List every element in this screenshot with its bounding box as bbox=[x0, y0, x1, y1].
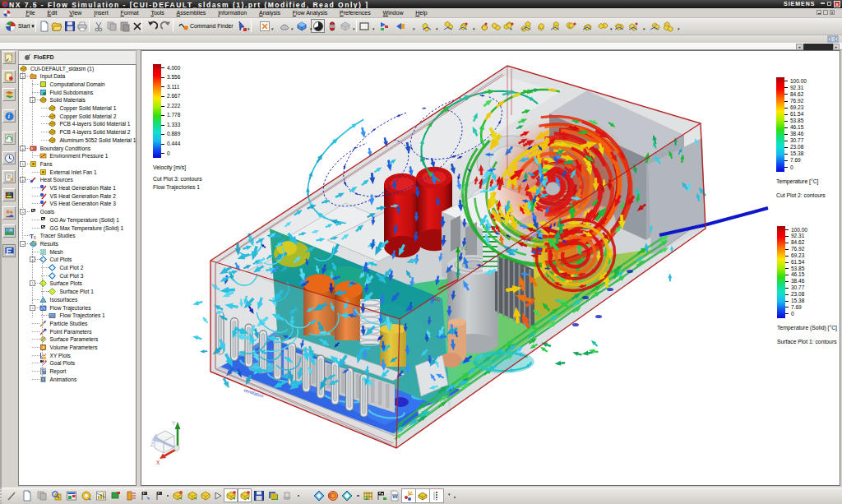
svg-text:W: W bbox=[392, 493, 398, 499]
svg-text:XC: XC bbox=[433, 297, 441, 302]
svg-text:X: X bbox=[156, 460, 160, 465]
svg-text:Z: Z bbox=[150, 442, 154, 447]
svg-text:YC: YC bbox=[460, 246, 468, 251]
svg-text:Y: Y bbox=[172, 420, 176, 426]
svg-text:5: 5 bbox=[34, 235, 36, 240]
